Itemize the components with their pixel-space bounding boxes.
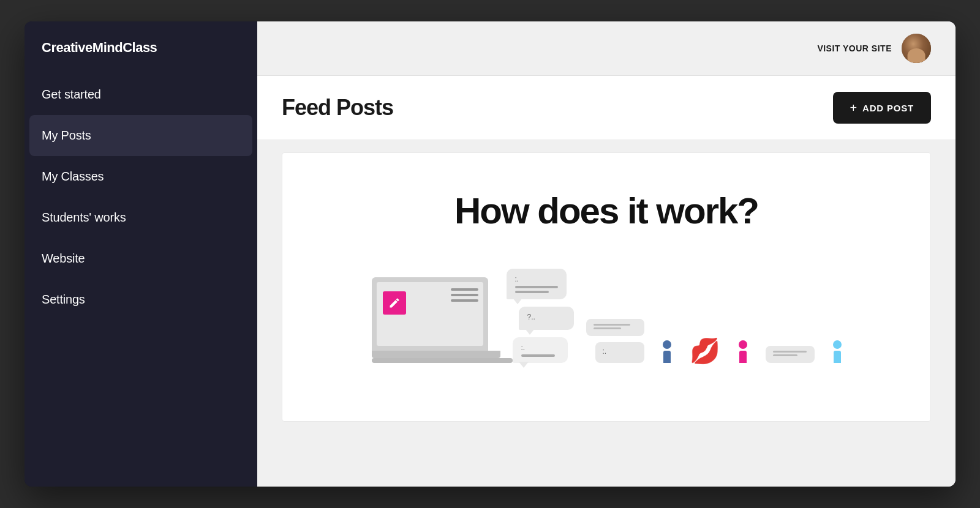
bubble-lines xyxy=(521,354,559,357)
sidebar-logo: CreativeMindClass xyxy=(24,21,257,68)
laptop-line xyxy=(451,294,478,296)
header-right: VISIT YOUR SITE xyxy=(817,34,931,63)
sidebar-item-students-works[interactable]: Students' works xyxy=(24,197,257,238)
bubbles-group-1: :. ?.. :. xyxy=(507,269,574,363)
top-header: VISIT YOUR SITE xyxy=(257,21,956,76)
small-bubble-3 xyxy=(766,346,815,363)
add-post-button[interactable]: + ADD POST xyxy=(833,92,931,124)
more-bubbles-right xyxy=(766,346,815,363)
small-bubble-line xyxy=(773,354,797,356)
bubble-icon-smile: :. xyxy=(603,347,637,356)
person-light-blue xyxy=(833,340,842,363)
laptop-base xyxy=(372,351,500,358)
person-body xyxy=(663,351,671,363)
pencil-icon xyxy=(388,297,401,309)
bubble-line xyxy=(515,291,549,293)
feed-card-title: How does it work? xyxy=(454,190,758,232)
small-bubble-line xyxy=(594,327,621,329)
laptop-line xyxy=(451,299,478,302)
person-head-blue-light xyxy=(833,340,842,349)
laptop-screen xyxy=(377,282,483,346)
laptop-pink-box xyxy=(383,291,406,315)
sidebar-item-settings[interactable]: Settings xyxy=(24,279,257,320)
small-bubble-line xyxy=(773,351,807,353)
content-area: How does it work? xyxy=(257,140,956,487)
bubble-icon: :. xyxy=(521,343,559,352)
lips-illustration: 💋 xyxy=(690,338,720,363)
person-pink xyxy=(739,340,747,363)
page-title: Feed Posts xyxy=(282,95,393,121)
sidebar-item-my-classes[interactable]: My Classes xyxy=(24,156,257,197)
small-bubble-1 xyxy=(586,319,644,336)
app-window: CreativeMindClass Get started My Posts M… xyxy=(24,21,956,487)
person-blue xyxy=(663,340,671,363)
more-bubbles-left: :. xyxy=(586,319,644,363)
avatar[interactable] xyxy=(902,34,931,63)
person-head-pink xyxy=(739,340,747,349)
chat-bubble-3: :. xyxy=(513,337,568,363)
sidebar-item-get-started[interactable]: Get started xyxy=(24,74,257,115)
sidebar-item-my-posts[interactable]: My Posts xyxy=(29,115,252,156)
bubble-line xyxy=(521,354,555,357)
bubble-lines xyxy=(515,286,558,293)
add-post-label: ADD POST xyxy=(862,103,914,113)
page-header: Feed Posts + ADD POST xyxy=(257,76,956,140)
laptop-foot xyxy=(372,358,513,363)
laptop-illustration xyxy=(372,277,494,363)
person-head xyxy=(663,340,671,349)
feed-card: How does it work? xyxy=(282,152,931,422)
avatar-image xyxy=(902,34,931,63)
bubble-icon: ?.. xyxy=(527,313,565,321)
plus-icon: + xyxy=(850,102,858,114)
chat-bubble-2: ?.. xyxy=(519,307,574,330)
laptop-screen-content xyxy=(377,282,483,346)
small-bubble-line xyxy=(594,324,630,326)
laptop-lines xyxy=(451,288,478,302)
person-body-pink xyxy=(739,351,747,363)
bubble-icon: :. xyxy=(515,275,558,283)
visit-site-link[interactable]: VISIT YOUR SITE xyxy=(817,43,892,53)
sidebar: CreativeMindClass Get started My Posts M… xyxy=(24,21,257,487)
laptop-body xyxy=(372,277,488,351)
laptop-line xyxy=(451,288,478,291)
people-and-lips: :. 💋 xyxy=(586,319,842,363)
illustration: :. ?.. :. xyxy=(307,269,906,363)
small-bubble-2: :. xyxy=(595,342,644,363)
chat-bubble-1: :. xyxy=(507,269,567,299)
sidebar-item-website[interactable]: Website xyxy=(24,238,257,279)
bubble-line xyxy=(515,286,558,288)
main-content: VISIT YOUR SITE Feed Posts + ADD POST Ho… xyxy=(257,21,956,487)
person-body-blue-light xyxy=(834,351,841,363)
sidebar-nav: Get started My Posts My Classes Students… xyxy=(24,68,257,487)
